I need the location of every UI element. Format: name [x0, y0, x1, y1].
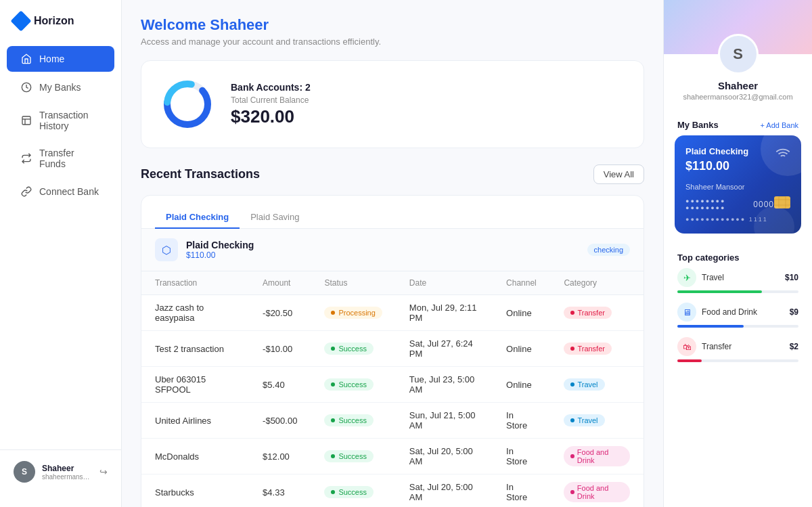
- category-icon: 🛍: [677, 337, 696, 356]
- sidebar-item-transfer-funds[interactable]: Transfer Funds: [7, 141, 114, 176]
- tx-name: United Airlines: [141, 403, 249, 439]
- welcome-subtitle: Access and manage your account and trans…: [141, 37, 644, 47]
- logout-icon[interactable]: ↪: [99, 466, 108, 477]
- transactions-table: Transaction Amount Status Date Channel C…: [141, 271, 644, 507]
- table-row: Jazz cash to easypaisa -$20.50 Processin…: [141, 295, 644, 331]
- sidebar-item-label-transactions: Transaction History: [39, 110, 101, 131]
- account-left: ⬡ Plaid Checking $110.00: [155, 238, 254, 261]
- tx-status: Success: [311, 367, 395, 403]
- category-bar-bg: [677, 325, 798, 328]
- transactions-card: Plaid Checking Plaid Saving ⬡ Plaid Chec…: [141, 195, 644, 507]
- tx-channel: Online: [493, 295, 550, 331]
- logo-text: Horizon: [34, 15, 74, 27]
- category-amount: $2: [790, 342, 798, 351]
- tx-name: Test 2 transaction: [141, 331, 249, 367]
- tx-date: Sat, Jul 20, 5:00 AM: [396, 475, 493, 508]
- category-amount: $10: [785, 273, 798, 282]
- bank-accounts-label: Bank Accounts: 2: [231, 82, 311, 93]
- account-icon: ⬡: [155, 238, 178, 261]
- tx-amount: -$10.00: [249, 331, 311, 367]
- table-row: McDonalds $12.00 Success Sat, Jul 20, 5:…: [141, 439, 644, 475]
- balance-info: Bank Accounts: 2 Total Current Balance $…: [231, 82, 311, 127]
- col-transaction: Transaction: [141, 271, 249, 295]
- section-header: Recent Transactions View All: [141, 164, 644, 184]
- my-banks-section: My Banks + Add Bank: [664, 112, 812, 135]
- tx-status: Success: [311, 475, 395, 508]
- tx-date: Sun, Jul 21, 5:00 AM: [396, 403, 493, 439]
- sidebar-item-label-connect: Connect Bank: [39, 186, 99, 197]
- table-row: Starbucks $4.33 Success Sat, Jul 20, 5:0…: [141, 475, 644, 508]
- col-status: Status: [311, 271, 395, 295]
- account-name: Plaid Checking: [186, 240, 254, 250]
- balance-amount: $320.00: [231, 106, 311, 127]
- tx-category: Food and Drink: [550, 475, 644, 508]
- card-bottom-number: ●●●●●●●●●●●● 1111: [685, 216, 790, 223]
- donut-chart: [160, 77, 215, 131]
- tx-amount: $12.00: [249, 439, 311, 475]
- card-balance: $110.00: [685, 159, 748, 173]
- tx-name: Starbucks: [141, 475, 249, 508]
- right-panel: S Shaheer shaheermansoor321@gmail.com My…: [663, 0, 812, 507]
- category-bar-bg: [677, 359, 798, 362]
- col-date: Date: [396, 271, 493, 295]
- account-summary-row: ⬡ Plaid Checking $110.00 checking: [141, 229, 644, 271]
- tx-amount: $5.40: [249, 367, 311, 403]
- table-header-row: Transaction Amount Status Date Channel C…: [141, 271, 644, 295]
- connect-icon: [20, 185, 32, 198]
- sidebar-avatar: S: [14, 461, 35, 483]
- tx-category: Transfer: [550, 331, 644, 367]
- category-label: Food and Drink: [702, 307, 757, 317]
- sidebar-item-connect-bank[interactable]: Connect Bank: [7, 179, 114, 204]
- card-number-row: ●●●●●●●● ●●●●●●●● 0000: [685, 191, 790, 212]
- add-bank-button[interactable]: + Add Bank: [760, 121, 798, 129]
- tx-name: Uber 063015 SFPOOL: [141, 367, 249, 403]
- tx-amount: -$20.50: [249, 295, 311, 331]
- table-row: United Airlines -$500.00 Success Sun, Ju…: [141, 403, 644, 439]
- svg-rect-8: [774, 196, 790, 208]
- sidebar-user-info: Shaheer shaheermansoor321@gmail.com: [42, 464, 93, 481]
- tx-amount: $4.33: [249, 475, 311, 508]
- sidebar-user: S Shaheer shaheermansoor321@gmail.com ↪: [0, 449, 121, 493]
- category-item: 🖥 Food and Drink $9: [677, 303, 798, 328]
- total-balance-label: Total Current Balance: [231, 95, 311, 105]
- account-details: Plaid Checking $110.00: [186, 240, 254, 260]
- sidebar-item-my-banks[interactable]: My Banks: [7, 74, 114, 100]
- welcome-title: Welcome Shaheer: [141, 16, 644, 34]
- category-bar-bg: [677, 290, 798, 293]
- category-item: ✈ Travel $10: [677, 268, 798, 293]
- transfer-icon: [20, 152, 32, 164]
- wifi-icon: [775, 146, 790, 164]
- sidebar-item-transaction-history[interactable]: Transaction History: [7, 103, 114, 138]
- tx-category: Food and Drink: [550, 439, 644, 475]
- tx-status: Success: [311, 403, 395, 439]
- category-item: 🛍 Transfer $2: [677, 337, 798, 362]
- profile-email: shaheermansoor321@gmail.com: [683, 93, 792, 101]
- sidebar-item-label-home: Home: [39, 53, 64, 64]
- tx-status: Processing: [311, 295, 395, 331]
- card-dots: ●●●●●●●● ●●●●●●●●: [685, 198, 749, 211]
- tab-plaid-saving[interactable]: Plaid Saving: [240, 206, 310, 229]
- section-title: Recent Transactions: [141, 167, 260, 181]
- top-categories-section: Top categories: [664, 244, 812, 268]
- card-bank-info: Plaid Checking $110.00: [685, 146, 748, 173]
- tab-plaid-checking[interactable]: Plaid Checking: [155, 206, 240, 229]
- category-label: Travel: [702, 273, 724, 282]
- sidebar-user-email: shaheermansoor321@gmail.com: [42, 473, 93, 481]
- tx-status: Success: [311, 331, 395, 367]
- view-all-button[interactable]: View All: [593, 164, 644, 184]
- category-amount: $9: [790, 307, 798, 317]
- tx-date: Mon, Jul 29, 2:11 PM: [396, 295, 493, 331]
- category-icon: 🖥: [677, 303, 696, 322]
- top-categories-label: Top categories: [677, 252, 740, 263]
- bank-card: Plaid Checking $110.00 Shaheer Mansoor ●…: [675, 135, 801, 234]
- sidebar-item-label-my-banks: My Banks: [39, 82, 81, 93]
- profile-name: Shaheer: [718, 80, 758, 91]
- card-top: Plaid Checking $110.00: [685, 146, 790, 173]
- table-row: Test 2 transaction -$10.00 Success Sat, …: [141, 331, 644, 367]
- sidebar-item-home[interactable]: Home: [7, 46, 114, 72]
- panel-profile: S Shaheer shaheermansoor321@gmail.com: [664, 34, 812, 112]
- categories-list: ✈ Travel $10 🖥 Food and Drink $9 🛍 Trans…: [664, 268, 812, 382]
- sidebar-user-name: Shaheer: [42, 464, 93, 473]
- home-icon: [20, 53, 32, 65]
- account-tabs: Plaid Checking Plaid Saving: [141, 196, 644, 229]
